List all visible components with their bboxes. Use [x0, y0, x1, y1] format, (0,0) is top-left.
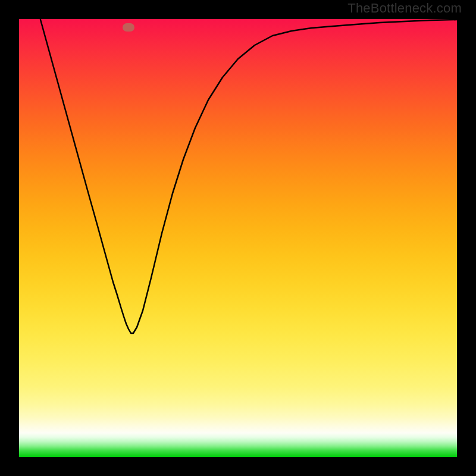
watermark-text: TheBottleneck.com: [347, 1, 462, 16]
bottleneck-curve: [19, 19, 457, 457]
chart-container: TheBottleneck.com: [0, 0, 476, 476]
